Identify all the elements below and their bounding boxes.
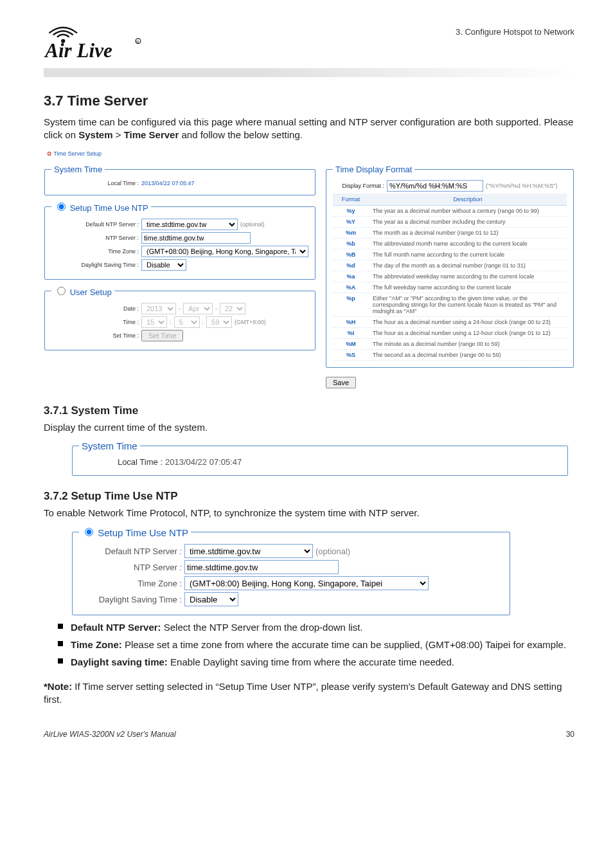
airlive-logo: Air Live R [44, 13, 147, 66]
sub372-title: 3.7.2 Setup Time Use NTP [44, 490, 574, 503]
crumb-link[interactable]: Time Server Setup [53, 150, 102, 157]
s372-timezone[interactable]: (GMT+08:00) Beijing, Hong Kong, Singapor… [184, 576, 429, 590]
table-row: %bThe abbreviated month name according t… [333, 238, 567, 249]
table-row: %yThe year as a decimal number without a… [333, 205, 567, 216]
page-number: 30 [566, 730, 574, 739]
table-row: %YThe year as a decimal number including… [333, 216, 567, 227]
note: *Note: If Time server setting selected i… [44, 680, 574, 707]
local-time-lbl: Local Time : [51, 180, 139, 186]
s371-localtime: 2013/04/22 07:05:47 [165, 457, 242, 467]
fig-system-time: System Time Local Time : 2013/04/22 07:0… [44, 165, 315, 195]
sub371-title: 3.7.1 System Time [44, 404, 574, 417]
chapter-breadcrumb: 3. Configure Hotspot to Network [456, 13, 574, 37]
date-day[interactable]: 22 [220, 303, 245, 314]
table-row: %mThe month as a decimal number (range 0… [333, 227, 567, 238]
radio-user[interactable] [57, 287, 66, 295]
table-row: %AThe full weekday name according to the… [333, 282, 567, 293]
section-intro: System time can be configured via this p… [44, 116, 574, 142]
crumb-icon: ✿ [47, 150, 52, 157]
table-row: %pEither "AM" or "PM" according to the g… [333, 293, 567, 316]
radio-ntp[interactable] [57, 203, 66, 211]
s372-radio-ntp[interactable] [85, 528, 93, 536]
svg-text:R: R [136, 40, 139, 44]
date-month[interactable]: Apr [183, 303, 213, 314]
bullet-list: Default NTP Server: Select the NTP Serve… [58, 620, 574, 669]
table-row: %dThe day of the month as a decimal numb… [333, 260, 567, 271]
fig-display-format: Time Display Format Display Format : ("%… [326, 165, 574, 368]
ntp-server-input[interactable] [141, 232, 251, 244]
time-mm[interactable]: 5 [174, 316, 200, 328]
table-row: %SThe second as a decimal number (range … [333, 349, 567, 360]
time-hh[interactable]: 15 [141, 316, 167, 328]
sub372-intro: To enable Network Time Protocol, NTP, to… [44, 507, 574, 520]
format-table: Format Description %yThe year as a decim… [333, 194, 567, 361]
section-title: 3.7 Time Server [44, 93, 574, 109]
table-row: %IThe hour as a decimal number using a 1… [333, 327, 567, 338]
local-time-val: 2013/04/22 07:05:47 [141, 180, 195, 186]
s372-ntp-input[interactable] [184, 560, 339, 574]
s372-fieldset: Setup Time Use NTP Default NTP Server : … [72, 526, 510, 615]
dst-select[interactable]: Disable [141, 259, 186, 271]
s371-fieldset: System Time Local Time : 2013/04/22 07:0… [72, 440, 568, 476]
svg-text:Air Live: Air Live [44, 39, 112, 62]
timezone-select[interactable]: (GMT+08:00) Beijing, Hong Kong, Singapor… [141, 246, 308, 257]
default-ntp-select[interactable]: time.stdtime.gov.tw [141, 219, 238, 230]
footer-left: AirLive WIAS-3200N v2 User's Manual [44, 730, 176, 739]
s372-dst[interactable]: Disable [184, 592, 238, 606]
fig-user-setup: User Setup Date : 2013- Apr- 22 Time : 1… [44, 285, 315, 350]
header-divider [44, 68, 574, 77]
sub371-intro: Display the current time of the system. [44, 421, 574, 434]
s372-default-ntp[interactable]: time.stdtime.gov.tw [184, 544, 313, 558]
display-format-input[interactable] [387, 180, 483, 192]
table-row: %BThe full month name according to the c… [333, 249, 567, 260]
table-row: %aThe abbreviated weekday name according… [333, 271, 567, 282]
time-ss[interactable]: 59 [206, 316, 232, 328]
save-button[interactable]: Save [326, 377, 356, 388]
fig-setup-ntp: Setup Time Use NTP Default NTP Server : … [44, 201, 315, 280]
table-row: %HThe hour as a decimal number using a 2… [333, 316, 567, 327]
set-time-button[interactable]: Set Time [141, 330, 183, 341]
date-year[interactable]: 2013 [141, 303, 176, 314]
table-row: %MThe minute as a decimal number (range … [333, 338, 567, 349]
